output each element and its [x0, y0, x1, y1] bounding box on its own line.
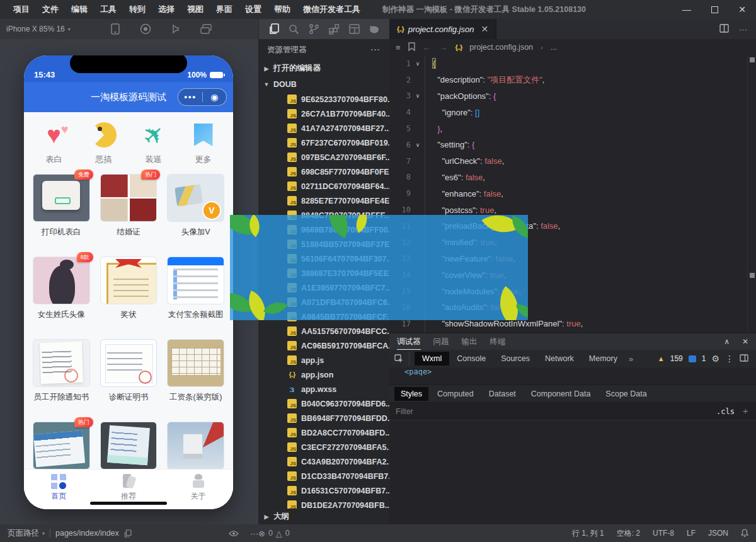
- devtools-tab-memory[interactable]: Memory: [581, 352, 625, 366]
- file-item[interactable]: JS41A7A274707094BF27...: [258, 121, 389, 136]
- code-line[interactable]: 6∨ "setting": {: [389, 137, 747, 153]
- fold-chevron-icon[interactable]: ∨: [411, 61, 425, 67]
- file-item[interactable]: JSapp.js: [258, 353, 389, 367]
- gear-icon[interactable]: ⚙: [711, 354, 719, 364]
- code-line[interactable]: 4 "ignore": []: [389, 104, 747, 120]
- code-line[interactable]: 1∨{: [389, 55, 747, 72]
- forward-arrow-icon[interactable]: →: [439, 42, 448, 52]
- code-line[interactable]: 8 "es6": false,: [389, 170, 747, 186]
- file-item[interactable]: JS8285E7E7707094BFE4E...: [258, 193, 389, 208]
- template-card[interactable]: [167, 422, 224, 470]
- phone-tab-home[interactable]: 首页: [24, 470, 94, 509]
- file-item[interactable]: JSAA515756707094BFCC...: [258, 324, 389, 338]
- template-card[interactable]: 免费打印机表白: [33, 174, 90, 238]
- tabs-overflow-icon[interactable]: »: [629, 354, 633, 364]
- file-item[interactable]: JSD16531C5707094BFB7...: [258, 483, 389, 498]
- file-item[interactable]: JSC3ECF272707094BFA5...: [258, 440, 389, 454]
- section-open-editors[interactable]: ▶ 打开的编辑器: [258, 61, 389, 76]
- file-item[interactable]: JS097B5CA2707094BF6F...: [258, 150, 389, 164]
- file-item[interactable]: JSBD2A8CC7707094BFD...: [258, 425, 389, 440]
- menu-item-6[interactable]: 视图: [181, 0, 209, 19]
- style-tab[interactable]: Scope Data: [599, 387, 653, 401]
- template-card[interactable]: 支付宝余额截图: [167, 257, 224, 320]
- template-card[interactable]: [100, 422, 158, 470]
- menu-item-0[interactable]: 项目: [8, 0, 35, 19]
- editor-scrollbar[interactable]: [747, 55, 756, 333]
- warning-count[interactable]: 159: [670, 354, 683, 363]
- kebab-menu-icon[interactable]: ⋮: [725, 354, 734, 364]
- style-tab[interactable]: Styles: [394, 387, 428, 401]
- page-path-dropdown[interactable]: 页面路径▾: [8, 528, 45, 539]
- eol-setting[interactable]: LF: [687, 529, 696, 538]
- warning-icon[interactable]: ▲: [658, 355, 665, 362]
- capsule-menu[interactable]: ●●● ◉: [178, 88, 227, 106]
- template-card[interactable]: 热门结婚证: [100, 174, 158, 238]
- close-panel-icon[interactable]: ✕: [742, 337, 748, 346]
- split-editor-icon[interactable]: [719, 24, 729, 35]
- menu-item-10[interactable]: 微信开发者工具: [297, 0, 366, 19]
- file-item[interactable]: JS26C7A1B7707094BF40...: [258, 107, 389, 121]
- code-line[interactable]: 3∨ "packOptions": {: [389, 88, 747, 105]
- file-item[interactable]: JS9E625233707094BFF80...: [258, 92, 389, 107]
- extensions-icon[interactable]: [327, 22, 341, 36]
- panel-tab[interactable]: 问题: [433, 334, 449, 350]
- hand-icon[interactable]: [367, 22, 381, 36]
- problems-indicator[interactable]: ⊗ 0 △ 0: [258, 529, 290, 538]
- menu-item-3[interactable]: 工具: [94, 0, 122, 19]
- code-line[interactable]: 7 "urlCheck": false,: [389, 153, 747, 170]
- template-card[interactable]: 诊断证明书: [100, 339, 158, 403]
- file-item[interactable]: JSC43A9B20707094BFA2...: [258, 454, 389, 469]
- devtools-tab-wxml[interactable]: Wxml: [415, 352, 449, 366]
- tab-project-config-json[interactable]: {..} project.config.json ✕: [389, 19, 496, 39]
- file-item[interactable]: JSAC96B591707094BFCA...: [258, 338, 389, 353]
- cls-toggle[interactable]: .cls: [716, 407, 735, 416]
- template-card[interactable]: 热门: [33, 422, 90, 470]
- outline-list-icon[interactable]: ≡: [396, 43, 401, 52]
- indent-setting[interactable]: 空格: 2: [617, 528, 640, 539]
- category-plane[interactable]: 装逼: [135, 121, 173, 165]
- layout-icon[interactable]: [347, 22, 361, 36]
- more-status-icon[interactable]: ···: [250, 529, 258, 538]
- more-menu-icon[interactable]: ●●●: [178, 94, 202, 100]
- phone-tab-about[interactable]: 关于: [163, 470, 233, 509]
- menu-item-2[interactable]: 编辑: [66, 0, 93, 19]
- phone-icon[interactable]: [108, 22, 122, 36]
- devtools-tab-sources[interactable]: Sources: [493, 352, 537, 366]
- search-icon[interactable]: [287, 22, 301, 36]
- style-tab[interactable]: Computed: [431, 387, 480, 401]
- explorer-more-icon[interactable]: ···: [371, 45, 381, 54]
- file-item[interactable]: JSDB1DE2A7707094BFB...: [258, 498, 389, 509]
- copy-path-icon[interactable]: [124, 529, 132, 538]
- file-item[interactable]: ɜapp.wxss: [258, 382, 389, 396]
- language-mode[interactable]: JSON: [708, 529, 728, 538]
- file-item[interactable]: JSB040C963707094BFD6...: [258, 396, 389, 411]
- tab-close-icon[interactable]: ✕: [481, 24, 488, 34]
- file-item[interactable]: JSD1CD33B4707094BFB7...: [258, 469, 389, 483]
- minimize-button[interactable]: —: [673, 0, 701, 19]
- close-button[interactable]: ✕: [728, 0, 756, 19]
- code-line[interactable]: 9 "enhance": false,: [389, 185, 747, 202]
- git-branch-icon[interactable]: [307, 22, 321, 36]
- fold-chevron-icon[interactable]: ∨: [411, 142, 425, 148]
- template-card[interactable]: 工资条(装穷版): [167, 339, 224, 403]
- maximize-button[interactable]: [701, 0, 728, 19]
- category-hearts[interactable]: 表白: [35, 121, 73, 165]
- template-card[interactable]: 员工开除通知书: [33, 339, 90, 403]
- bell-icon[interactable]: [741, 529, 748, 538]
- filter-input[interactable]: [396, 407, 710, 416]
- file-item[interactable]: JSBB6948F7707094BFDD...: [258, 411, 389, 425]
- code-line[interactable]: 5 },: [389, 120, 747, 137]
- breadcrumb-file[interactable]: project.config.json: [469, 43, 533, 52]
- style-tab[interactable]: Component Data: [525, 387, 597, 401]
- devtools-tab-console[interactable]: Console: [449, 352, 493, 366]
- template-card[interactable]: 奖状: [100, 257, 158, 320]
- file-item[interactable]: JS67F237C6707094BF019...: [258, 136, 389, 150]
- panel-tab[interactable]: 终端: [490, 334, 506, 350]
- dock-window-icon[interactable]: [740, 354, 748, 364]
- menu-item-8[interactable]: 设置: [239, 0, 267, 19]
- file-item[interactable]: {..}app.json: [258, 367, 389, 382]
- style-tab[interactable]: Dataset: [483, 387, 522, 401]
- more-actions-icon[interactable]: ···: [739, 25, 747, 34]
- wxml-tree-area[interactable]: [389, 376, 756, 385]
- eye-icon[interactable]: [229, 530, 239, 537]
